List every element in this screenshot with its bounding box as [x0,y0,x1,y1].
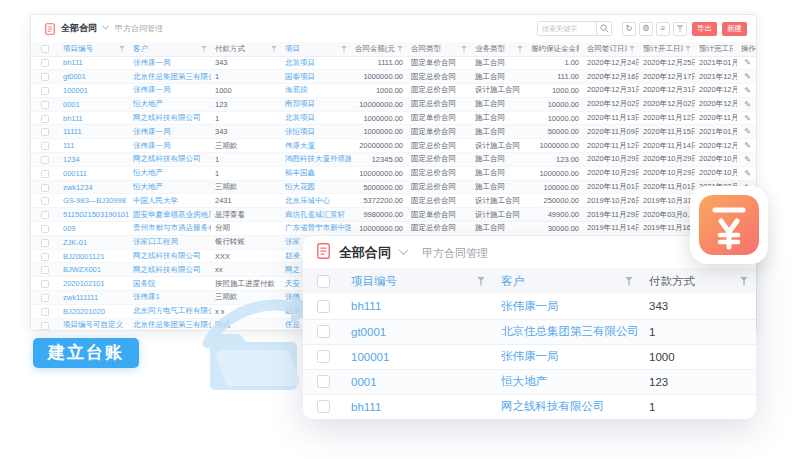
cell: 1000 [641,344,756,369]
column-header[interactable]: 预计完工日期 [699,44,733,54]
edit-icon[interactable]: ✎ [744,169,751,178]
select-all-checkbox[interactable] [317,275,330,288]
table-row[interactable]: 5115021503190101固安华夏幸福基业房地产...悬浮查看廊坊孔雀城汇… [31,208,757,222]
edit-icon[interactable]: ✎ [744,114,751,123]
filter-icon[interactable] [740,277,748,286]
edit-icon[interactable]: ✎ [744,141,751,150]
filter-icon[interactable] [201,46,207,52]
list-icon[interactable]: ≡ [656,22,670,36]
row-checkbox[interactable] [41,115,49,123]
column-header[interactable]: 履约保证金金额(元 [531,44,579,54]
cell: 2020年11月15日 [639,125,695,139]
row-checkbox[interactable] [41,253,49,261]
create-button[interactable]: 新建 [722,22,747,36]
cell: 施工合同 [471,125,527,139]
table-row[interactable]: 100001张伟康一局1000 [303,344,756,369]
filter-icon[interactable] [517,46,523,52]
column-header[interactable]: 项目编号 [351,274,477,289]
row-checkbox[interactable] [41,322,49,330]
row-checkbox[interactable] [41,225,49,233]
edit-icon[interactable]: ✎ [744,58,751,67]
row-checkbox[interactable] [41,239,49,247]
row-checkbox[interactable] [41,59,49,67]
column-header[interactable]: 付款方式 [649,274,740,289]
column-header[interactable]: 项目 [285,44,339,54]
filter-icon[interactable] [629,46,635,52]
filter-icon[interactable] [341,46,347,52]
row-checkbox[interactable] [317,300,330,313]
table-row[interactable]: gt0001北京住总集团第三有限公司1 [303,319,756,344]
table-row[interactable]: bh111张伟康一局343北装项目1111.00固定单价合同施工合同1.0020… [31,56,757,70]
table-row[interactable]: 0001恒大地产123南部项目10000000.00固定总价合同施工合同1000… [31,97,757,111]
row-checkbox[interactable] [41,170,49,178]
column-header[interactable]: 合同金额(元) [355,44,395,54]
table-row[interactable]: 111张伟康一局三期款伟康大厦20000000.00固定总价合同设计施工合同10… [31,139,757,153]
cell: 2020年11月01日 [583,180,639,194]
column-header[interactable]: 项目编号 [63,44,117,54]
row-checkbox[interactable] [317,350,330,363]
row-checkbox[interactable] [317,400,330,413]
row-checkbox[interactable] [41,280,49,288]
table-row[interactable]: 100001张伟康一局1000海底捞1000.00固定总价合同设计施工合同100… [31,84,757,98]
column-header[interactable]: 客户 [133,44,199,54]
yen-icon [699,195,759,255]
filter-icon[interactable] [477,277,485,286]
refresh-icon[interactable]: ↻ [622,22,636,36]
table-row[interactable]: 009贵州市都匀市酒店服务有...分期广东省普宁市新中医医院...1000000… [31,222,757,236]
row-checkbox[interactable] [41,197,49,205]
row-checkbox[interactable] [41,101,49,109]
chevron-down-icon[interactable] [399,245,409,255]
column-header[interactable]: 业务类型 [475,44,515,54]
filter-icon[interactable] [685,46,691,52]
table-row[interactable]: bh111网之线科技有限公司1 [303,394,756,419]
search-input[interactable] [538,22,596,35]
table-row[interactable]: 0001恒大地产123 [303,369,756,394]
filter-icon[interactable] [119,46,125,52]
column-header[interactable]: 预计开工日期 [643,44,683,54]
edit-icon[interactable]: ✎ [744,86,751,95]
filter-icon[interactable] [673,22,687,36]
column-header[interactable]: 客户 [501,274,625,289]
table-row[interactable]: bh111网之线科技有限公司1北装项目1000000.00固定单价合同施工合同1… [31,111,757,125]
yen-ledger-icon[interactable] [699,195,759,255]
column-header[interactable]: 合同类型 [411,44,459,54]
table-row[interactable]: 1234网之线科技有限公司1鸿胜科技大厦外墙施工项目12345.00固定总价合同… [31,153,757,167]
row-checkbox[interactable] [41,308,49,316]
column-header[interactable]: 付款方式 [215,44,269,54]
column-header[interactable]: 合同签订日期 [587,44,627,54]
filter-icon[interactable] [271,46,277,52]
row-checkbox[interactable] [41,73,49,81]
edit-icon[interactable]: ✎ [744,72,751,81]
row-checkbox[interactable] [317,375,330,388]
row-checkbox[interactable] [317,325,330,338]
row-checkbox[interactable] [41,87,49,95]
table-row[interactable]: zwk1234恒大地产三期款恒大花园5000000.00固定总价合同施工合同10… [31,180,757,194]
row-checkbox[interactable] [41,184,49,192]
row-checkbox[interactable] [41,142,49,150]
cell: 2021年12月0 [695,70,737,84]
row-checkbox[interactable] [41,156,49,164]
filter-icon[interactable] [625,277,633,286]
row-checkbox[interactable] [41,294,49,302]
cell: bh111 [59,56,129,70]
cell: 固定单价合同 [407,208,471,222]
row-checkbox[interactable] [41,128,49,136]
edit-icon[interactable]: ✎ [744,127,751,136]
gear-icon[interactable]: ⚙ [639,22,653,36]
row-checkbox[interactable] [41,266,49,274]
edit-icon[interactable]: ✎ [744,100,751,109]
table-row[interactable]: GS-983—BJ30998中国人民大学2431北京乐城中心5372200.00… [31,194,757,208]
cell: 9980000.00 [351,208,407,222]
chevron-down-icon[interactable] [102,23,109,30]
row-checkbox[interactable] [41,211,49,219]
search-icon[interactable] [596,22,611,35]
select-all-checkbox[interactable] [41,45,49,53]
export-button[interactable]: 导出 [692,22,717,36]
table-row[interactable]: 000111恒大地产1裕丰国鑫10000000.00固定总价合同施工合同1000… [31,166,757,180]
table-row[interactable]: bh111张伟康一局343 [303,294,756,319]
table-row[interactable]: gt0001北京住总集团第三有限公司1国泰项目1000000.00固定总价合同施… [31,70,757,84]
table-row[interactable]: 11111张伟康一局343张恒项目1000000.00固定单价合同施工合同500… [31,125,757,139]
filter-icon[interactable] [461,46,467,52]
filter-icon[interactable] [397,46,403,52]
edit-icon[interactable]: ✎ [744,155,751,164]
